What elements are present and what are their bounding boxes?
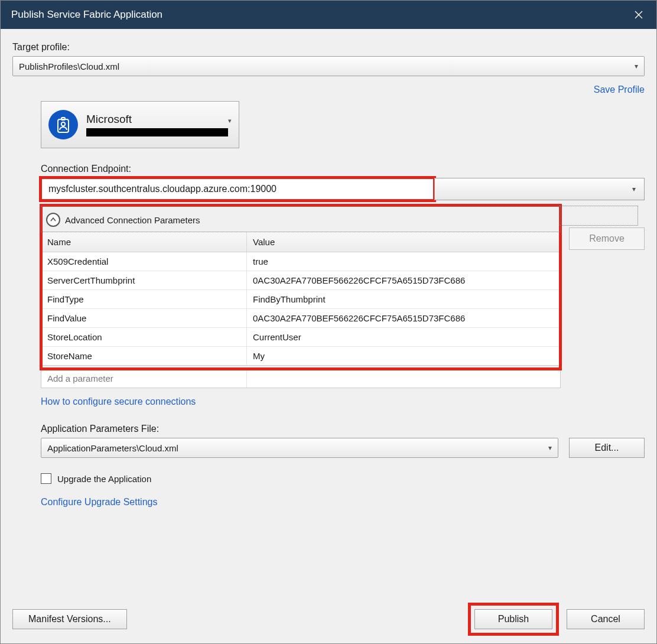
app-params-combo[interactable]: ApplicationParameters\Cloud.xml ▾ (41, 438, 558, 458)
howto-secure-connections-link[interactable]: How to configure secure connections (41, 396, 196, 406)
publish-button[interactable]: Publish (474, 609, 552, 629)
dialog-body: Target profile: PublishProfiles\Cloud.xm… (1, 29, 656, 643)
cancel-button[interactable]: Cancel (567, 609, 645, 629)
dialog-footer: Manifest Versions... Publish Cancel (12, 590, 645, 633)
connection-endpoint-dropdown[interactable]: ▾ (434, 178, 645, 200)
app-params-label: Application Parameters File: (41, 424, 645, 434)
table-row[interactable]: StoreLocation CurrentUser (41, 328, 560, 347)
target-profile-label: Target profile: (12, 42, 645, 53)
titlebar: Publish Service Fabric Application (1, 1, 656, 29)
col-header-value: Value (247, 232, 560, 252)
table-row[interactable]: X509Credential true (41, 252, 560, 271)
table-row[interactable]: FindValue 0AC30A2FA770BEF566226CFCF75A65… (41, 309, 560, 328)
manifest-versions-button[interactable]: Manifest Versions... (12, 609, 127, 629)
table-row[interactable]: StoreName My (41, 347, 560, 365)
advanced-parameters-section: Advanced Connection Parameters Name Valu… (41, 205, 561, 369)
upgrade-application-label: Upgrade the Application (57, 474, 151, 484)
configure-upgrade-link[interactable]: Configure Upgrade Settings (41, 497, 157, 507)
edit-app-params-button[interactable]: Edit... (569, 438, 645, 458)
advanced-parameters-header[interactable]: Advanced Connection Parameters (41, 206, 561, 232)
save-profile-link[interactable]: Save Profile (594, 84, 645, 95)
target-profile-combo[interactable]: PublishProfiles\Cloud.xml ▾ (12, 56, 645, 76)
connection-endpoint-label: Connection Endpoint: (41, 164, 645, 174)
publish-highlight: Publish (471, 606, 556, 633)
advanced-parameters-title: Advanced Connection Parameters (65, 215, 200, 225)
chevron-down-icon: ▾ (548, 444, 552, 452)
advanced-parameters-table: Name Value X509Credential true ServerCer… (41, 232, 561, 366)
table-header: Name Value (41, 232, 560, 252)
collapse-icon[interactable] (46, 213, 60, 227)
close-icon (635, 11, 643, 19)
upgrade-application-checkbox[interactable] (41, 473, 51, 484)
account-name: Microsoft (86, 113, 232, 126)
dialog-publish-service-fabric: Publish Service Fabric Application Targe… (0, 0, 657, 644)
account-text: Microsoft (86, 113, 232, 136)
table-row[interactable]: FindType FindByThumbprint (41, 290, 560, 309)
connection-endpoint-input[interactable]: mysfcluster.southcentralus.cloudapp.azur… (41, 178, 434, 200)
close-button[interactable] (621, 1, 656, 29)
col-header-name: Name (41, 232, 247, 252)
svg-point-1 (61, 122, 65, 126)
chevron-down-icon: ▾ (228, 117, 232, 125)
account-email-redacted (86, 128, 228, 136)
target-profile-value: PublishProfiles\Cloud.xml (19, 61, 119, 71)
account-selector[interactable]: Microsoft ▾ (41, 101, 239, 148)
remove-parameter-button[interactable]: Remove (569, 227, 645, 250)
chevron-down-icon: ▾ (632, 185, 636, 193)
dialog-title: Publish Service Fabric Application (11, 9, 162, 21)
app-params-value: ApplicationParameters\Cloud.xml (47, 443, 178, 453)
connection-endpoint-value: mysfcluster.southcentralus.cloudapp.azur… (48, 184, 277, 194)
add-parameter-row-holder: Add a parameter (41, 369, 561, 388)
add-parameter-row[interactable]: Add a parameter (41, 369, 560, 388)
chevron-down-icon: ▾ (635, 62, 638, 70)
account-icon (48, 110, 78, 139)
table-row[interactable]: ServerCertThumbprint 0AC30A2FA770BEF5662… (41, 271, 560, 290)
